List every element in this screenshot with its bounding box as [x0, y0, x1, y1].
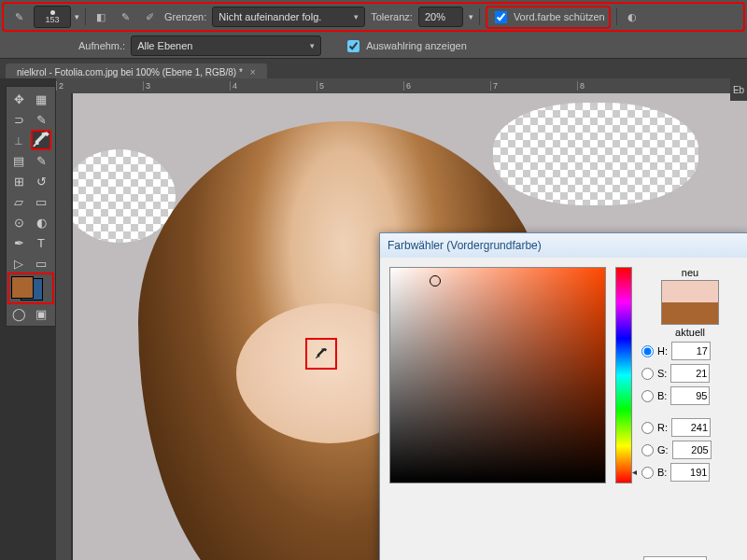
lasso-tool[interactable]: ⊃ [9, 110, 28, 129]
protect-fg-label: Vord.farbe schützen [514, 11, 605, 22]
current-label: aktuell [675, 327, 705, 338]
brush-size-control[interactable]: 153 ▾ [34, 6, 79, 28]
ruler-tick: 6 [403, 81, 490, 91]
pencil-icon[interactable]: ✐ [140, 7, 159, 26]
eyedropper-cursor-highlight [305, 338, 337, 370]
sample-value: Alle Ebenen [137, 40, 192, 51]
patch-tool[interactable]: ▤ [9, 151, 28, 170]
move-tool[interactable]: ✥ [9, 90, 28, 108]
field-s[interactable] [670, 364, 710, 383]
pressure-icon[interactable]: ◐ [623, 7, 641, 26]
chevron-down-icon[interactable]: ▾ [75, 12, 79, 21]
quick-select-tool[interactable]: ✎ [32, 110, 50, 129]
label-b: B: [657, 390, 667, 401]
field-b[interactable] [670, 386, 710, 405]
options-bar: ✎ 153 ▾ ◧ ✎ ✐ Grenzen: Nicht aufeinander… [2, 2, 745, 32]
dodge-tool[interactable]: ◐ [32, 213, 50, 231]
new-label: neu [682, 267, 698, 278]
type-tool[interactable]: T [32, 233, 50, 252]
radio-g[interactable] [641, 444, 654, 456]
color-field-cursor [430, 275, 441, 287]
color-picker-dialog: Farbwähler (Vordergrundfarbe) ◂ neu aktu… [379, 232, 747, 560]
ruler-tick: 2 [56, 81, 143, 91]
document-title: nielkrol - Fotolia.com.jpg bei 100% (Ebe… [17, 67, 243, 77]
tolerance-label: Toleranz: [371, 11, 413, 22]
tool-preset-icon[interactable]: ✎ [9, 7, 28, 26]
history-brush-tool[interactable]: ↺ [32, 172, 50, 190]
tool-palette: ✥ ▦ ⊃ ✎ ⟂ ▤ ✎ ⊞ ↺ ▱ ▭ ⊙ ◐ ✒ T ▷ ▭ ◯ ▣ [6, 86, 56, 327]
hex-field[interactable] [643, 556, 707, 560]
new-color-swatch [662, 281, 718, 302]
shape-tool[interactable]: ▭ [32, 254, 50, 273]
label-s: S: [657, 368, 667, 379]
ruler-tick: 8 [577, 81, 664, 91]
options-bar-2: Aufnehm.: Alle Ebenen ▾ Auswahlring anze… [0, 34, 747, 59]
panel-tab-layers[interactable]: Eb [730, 78, 747, 101]
chevron-down-icon: ▾ [310, 41, 315, 50]
label-bch: B: [657, 467, 667, 478]
field-r[interactable] [671, 418, 711, 437]
eyedropper-tool[interactable] [32, 131, 50, 149]
chevron-down-icon: ▾ [354, 12, 359, 21]
ruler-tick: 3 [143, 81, 230, 91]
hue-slider[interactable]: ◂ [615, 267, 632, 483]
mask-mode[interactable]: ◯ [9, 304, 28, 323]
show-ring-checkbox[interactable] [347, 40, 359, 52]
radio-b[interactable] [641, 390, 654, 402]
field-g[interactable] [672, 441, 712, 459]
fg-swatch[interactable] [11, 276, 34, 299]
pen-tool[interactable]: ✒ [9, 233, 28, 252]
color-field[interactable] [389, 267, 606, 483]
field-bch[interactable] [670, 463, 710, 482]
ruler-vertical [56, 93, 71, 560]
tolerance-value: 20% [425, 11, 445, 22]
limits-dropdown[interactable]: Nicht aufeinander folg. ▾ [212, 7, 365, 27]
transparent-area [493, 103, 698, 205]
current-color-swatch[interactable] [662, 302, 718, 324]
work-area: 2 3 4 5 6 7 8 ✥ ▦ ⊃ ✎ ⟂ ▤ ✎ ⊞ ↺ ▱ ▭ ⊙ ◐ … [0, 78, 747, 560]
brush-tool[interactable]: ✎ [32, 151, 50, 170]
show-ring-option[interactable]: Auswahlring anzeigen [344, 37, 467, 55]
label-g: G: [657, 444, 669, 455]
path-select-tool[interactable]: ▷ [9, 254, 28, 273]
show-ring-label: Auswahlring anzeigen [366, 40, 467, 51]
protect-foreground-option[interactable]: Vord.farbe schützen [486, 6, 611, 29]
marquee-tool[interactable]: ▦ [32, 90, 50, 108]
label-h: H: [657, 345, 668, 357]
color-preview: neu aktuell [641, 267, 739, 338]
hue-pointer: ◂ [632, 467, 637, 477]
stamp-tool[interactable]: ⊞ [9, 172, 28, 190]
radio-r[interactable] [641, 422, 654, 434]
chevron-down-icon[interactable]: ▾ [469, 12, 473, 21]
ruler-tick: 7 [490, 81, 577, 91]
sample-label: Aufnehm.: [78, 40, 125, 51]
sample-dropdown[interactable]: Alle Ebenen ▾ [131, 35, 321, 56]
crop-tool[interactable]: ⟂ [9, 131, 28, 149]
label-r: R: [657, 422, 668, 433]
radio-h[interactable] [641, 345, 654, 357]
close-tab-icon[interactable]: × [250, 67, 256, 77]
brush-panel-icon[interactable]: ◧ [92, 7, 110, 26]
brush-size-value: 153 [45, 16, 59, 24]
color-swatches[interactable] [9, 274, 52, 302]
transparent-area [73, 149, 176, 243]
field-h[interactable] [671, 342, 711, 360]
color-picker-title: Farbwähler (Vordergrundfarbe) [380, 233, 747, 258]
hex-field-group: # [632, 556, 707, 560]
gradient-tool[interactable]: ▭ [32, 192, 50, 211]
ruler-tick: 4 [230, 81, 317, 91]
sample-brush-icon[interactable]: ✎ [116, 7, 134, 26]
radio-s[interactable] [641, 368, 654, 380]
tolerance-field[interactable]: 20% [418, 7, 463, 27]
ruler-tick: 5 [317, 81, 403, 91]
protect-fg-checkbox[interactable] [495, 11, 507, 23]
radio-bch[interactable] [641, 467, 654, 479]
screen-mode[interactable]: ▣ [32, 304, 50, 323]
blur-tool[interactable]: ⊙ [9, 213, 28, 231]
ruler-horizontal: 2 3 4 5 6 7 8 [56, 78, 747, 93]
limits-label: Grenzen: [164, 11, 206, 22]
limits-value: Nicht aufeinander folg. [218, 11, 321, 22]
eraser-tool[interactable]: ▱ [9, 192, 28, 211]
